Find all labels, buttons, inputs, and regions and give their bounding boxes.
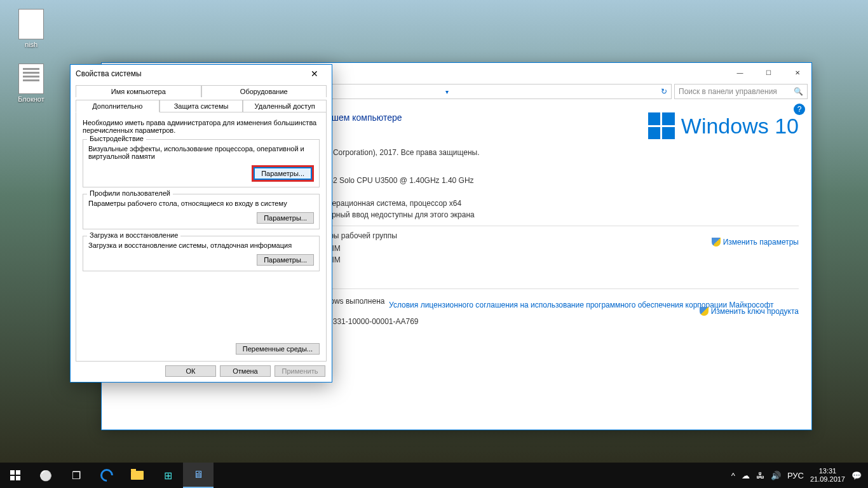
dropdown-icon[interactable]: ▾	[445, 88, 449, 95]
windows10-text: Windows 10	[681, 114, 799, 139]
tab-content-advanced: Необходимо иметь права администратора дл…	[76, 112, 327, 362]
start-button[interactable]	[0, 463, 31, 488]
maximize-button[interactable]: ☐	[754, 64, 783, 81]
admin-note: Необходимо иметь права администратора дл…	[83, 119, 320, 134]
time-text: 13:31	[810, 467, 845, 475]
system-properties-dialog: Свойства системы ✕ Имя компьютера Оборуд…	[70, 64, 332, 383]
search-button[interactable]: ⚪	[31, 463, 61, 488]
performance-settings-button[interactable]: Параметры...	[254, 167, 312, 180]
startup-desc: Загрузка и восстановление системы, отлад…	[88, 241, 314, 249]
search-placeholder: Поиск в панели управления	[679, 87, 777, 96]
dialog-title: Свойства системы	[76, 69, 142, 78]
edge-button[interactable]	[92, 463, 122, 488]
date-text: 21.09.2017	[810, 475, 845, 484]
taskview-icon: ❐	[72, 470, 81, 482]
notepad-icon	[18, 64, 44, 94]
tab-remote[interactable]: Удаленный доступ	[243, 100, 327, 112]
desktop-icon-folder[interactable]: nish	[9, 9, 53, 48]
refresh-icon[interactable]: ↻	[661, 87, 667, 96]
language-indicator[interactable]: РУС	[787, 471, 804, 480]
taskview-button[interactable]: ❐	[61, 463, 92, 488]
ok-button[interactable]: ОК	[165, 365, 216, 377]
network-icon[interactable]: 🖧	[756, 471, 764, 480]
close-button[interactable]: ✕	[783, 64, 811, 81]
environment-variables-button[interactable]: Переменные среды...	[236, 343, 320, 355]
control-panel-taskbar-button[interactable]: 🖥	[183, 463, 214, 488]
tab-hardware[interactable]: Оборудование	[201, 85, 327, 97]
explorer-button[interactable]	[122, 463, 153, 488]
tray-chevron-icon[interactable]: ^	[731, 471, 735, 480]
search-icon: ⚪	[39, 470, 52, 482]
performance-legend: Быстродействие	[87, 135, 146, 142]
change-product-key-link[interactable]: Изменить ключ продукта	[700, 307, 799, 316]
tab-computer-name[interactable]: Имя компьютера	[76, 85, 201, 97]
change-settings-link[interactable]: Изменить параметры	[712, 238, 799, 247]
profiles-desc: Параметры рабочего стола, относящиеся ко…	[88, 200, 314, 207]
store-icon: ⊞	[164, 470, 172, 482]
windows-logo-icon	[648, 112, 675, 139]
shield-icon	[712, 238, 721, 247]
dialog-titlebar[interactable]: Свойства системы ✕	[71, 65, 332, 83]
startup-legend: Загрузка и восстановление	[87, 231, 180, 239]
performance-group: Быстродействие Визуальные эффекты, испол…	[83, 139, 320, 187]
edge-icon	[98, 466, 116, 484]
close-button[interactable]: ✕	[302, 69, 327, 79]
clock[interactable]: 13:31 21.09.2017	[810, 467, 845, 484]
desktop-icon-notepad[interactable]: Блокнот	[9, 64, 53, 103]
tab-system-protection[interactable]: Защита системы	[159, 100, 243, 112]
action-center-icon[interactable]: 💬	[851, 471, 862, 480]
profiles-group: Профили пользователей Параметры рабочего…	[83, 194, 320, 229]
volume-icon[interactable]: 🔊	[771, 471, 781, 480]
system-tray: ^ ☁ 🖧 🔊 РУС 13:31 21.09.2017 💬	[725, 467, 868, 484]
performance-desc: Визуальные эффекты, использование процес…	[88, 145, 314, 160]
store-button[interactable]: ⊞	[153, 463, 183, 488]
copyright-text: ософт (Microsoft Corporation), 2017. Все…	[273, 148, 799, 157]
search-icon[interactable]: 🔍	[794, 87, 803, 96]
monitor-icon: 🖥	[193, 469, 203, 480]
windows10-brand: Windows 10	[648, 112, 799, 139]
folder-icon	[131, 471, 144, 480]
minimize-button[interactable]: —	[726, 64, 754, 81]
profiles-legend: Профили пользователей	[87, 189, 173, 197]
shield-icon	[700, 307, 709, 316]
startup-settings-button[interactable]: Параметры...	[257, 254, 314, 266]
dialog-button-row: ОК Отмена Применить	[71, 362, 332, 381]
desktop-icon-label: nish	[9, 41, 53, 48]
apply-button[interactable]: Применить	[275, 365, 325, 377]
taskbar: ⚪ ❐ ⊞ 🖥 ^ ☁ 🖧 🔊 РУС 13:31 21.09.2017 💬	[0, 463, 868, 488]
profiles-settings-button[interactable]: Параметры...	[257, 212, 314, 224]
onedrive-icon[interactable]: ☁	[742, 471, 750, 480]
desktop-icon-label: Блокнот	[9, 95, 53, 103]
startup-group: Загрузка и восстановление Загрузка и вос…	[83, 236, 320, 271]
windows-start-icon	[10, 470, 20, 480]
search-input[interactable]: Поиск в панели управления 🔍	[674, 84, 808, 99]
cancel-button[interactable]: Отмена	[220, 365, 271, 377]
folder-icon	[18, 9, 44, 39]
tab-advanced[interactable]: Дополнительно	[76, 100, 159, 112]
performance-settings-highlight: Параметры...	[252, 165, 314, 182]
